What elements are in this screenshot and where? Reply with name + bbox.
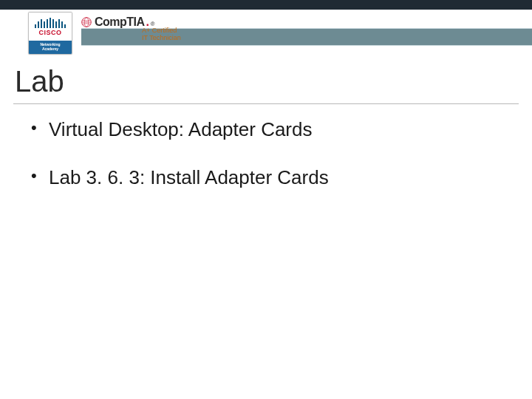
cisco-logo-icon: CISCO bbox=[29, 13, 72, 41]
top-dark-bar bbox=[0, 0, 532, 10]
bullet-text: Virtual Desktop: Adapter Cards bbox=[49, 118, 312, 140]
title-underline bbox=[13, 103, 519, 104]
bullet-text: Lab 3. 6. 3: Install Adapter Cards bbox=[49, 166, 329, 188]
globe-icon bbox=[81, 17, 92, 27]
comptia-badge: CompTIA . ® A+ Certified IT Technician bbox=[81, 16, 185, 51]
list-item: Virtual Desktop: Adapter Cards bbox=[31, 118, 504, 141]
comptia-cert-label: A+ Certified IT Technician bbox=[142, 27, 181, 42]
comptia-cert-line1: A+ Certified bbox=[142, 27, 177, 34]
cisco-program-line2: Academy bbox=[42, 47, 58, 51]
cisco-badge: CISCO Networking Academy bbox=[28, 12, 72, 55]
comptia-brand-text: CompTIA bbox=[95, 16, 145, 29]
list-item: Lab 3. 6. 3: Install Adapter Cards bbox=[31, 166, 504, 189]
bullet-list: Virtual Desktop: Adapter Cards Lab 3. 6.… bbox=[31, 118, 504, 214]
cisco-brand-text: CISCO bbox=[38, 30, 61, 36]
slide-title: Lab bbox=[15, 65, 64, 98]
comptia-cert-line2: IT Technician bbox=[142, 34, 181, 41]
cisco-bridge-icon bbox=[35, 18, 66, 28]
top-gap bbox=[0, 10, 532, 28]
cisco-program-label: Networking Academy bbox=[29, 41, 72, 54]
